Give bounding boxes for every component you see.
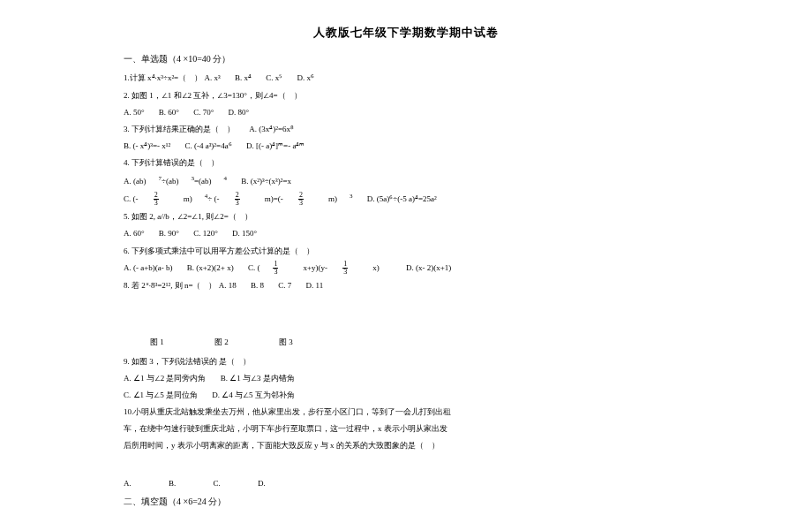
- q6-opt-a: A. (- a+b)(a- b): [124, 263, 173, 272]
- q5-options: A. 60° B. 90° C. 120° D. 150°: [124, 226, 688, 240]
- q6-opt-d: D. (x- 2)(x+1): [406, 263, 451, 272]
- q10-opt-c: C.: [214, 479, 221, 488]
- q10-opt-d: D.: [258, 479, 266, 488]
- q9-opt-c: C. ∠1 与∠5 是同位角: [124, 390, 198, 399]
- q2-opt-b: B. 60°: [159, 108, 179, 117]
- q3-text: 3. 下列计算结果正确的是（ ）: [124, 125, 235, 133]
- question-4: 4. 下列计算错误的是（ ）: [124, 155, 688, 170]
- q10-opt-b: B.: [169, 479, 176, 488]
- q9-opt-d: D. ∠4 与∠5 互为邻补角: [212, 390, 295, 399]
- question-10-line1: 10.小明从重庆北站触发乘坐去万州，他从家里出发，步行至小区门口，等到了一会儿打…: [124, 405, 688, 419]
- q1-opt-a: A. x³: [204, 73, 220, 82]
- q8-opt-a: A. 18: [219, 281, 237, 290]
- q9-opt-b: B. ∠1 与∠3 是内错角: [221, 374, 295, 383]
- fig-2-label: 图 2: [214, 337, 229, 346]
- question-8: 8. 若 2ˣ·8³=2¹², 则 n=（ ） A. 18 B. 8 C. 7 …: [124, 278, 688, 292]
- q3-opt-a: A. (3x⁴)²=6x⁸: [249, 125, 294, 133]
- q1-opt-b: B. x⁴: [235, 73, 252, 82]
- q6-options: A. (- a+b)(a- b) B. (x+2)(2+ x) C. (13x+…: [124, 261, 688, 276]
- section-1-header: 一、单选题（4 ×10=40 分）: [124, 51, 688, 67]
- q5-opt-d: D. 150°: [232, 229, 257, 238]
- q3-options-line2: B. (- x⁴)³=- x¹² C. (-4 a³)²=4a⁶ D. [(- …: [124, 139, 688, 153]
- q4-opt-b: B. (x²)³÷(x³)²=x: [241, 177, 291, 186]
- fig-3-label: 图 3: [279, 337, 293, 346]
- q10-opt-a: A.: [124, 479, 132, 488]
- q9-options-line1: A. ∠1 与∠2 是同旁内角 B. ∠1 与∠3 是内错角: [124, 371, 688, 385]
- q2-opt-d: D. 80°: [229, 108, 250, 117]
- q9-options-line2: C. ∠1 与∠5 是同位角 D. ∠4 与∠5 互为邻补角: [124, 388, 688, 402]
- q6-opt-c: C. (13x+y)(y- 13x): [248, 263, 392, 272]
- page-title: 人教版七年级下学期数学期中试卷: [124, 22, 688, 42]
- q2-options: A. 50° B. 60° C. 70° D. 80°: [124, 105, 688, 119]
- q3-opt-d: D. [(- a)⁴]ᵐ=- a⁴ᵐ: [246, 141, 305, 150]
- q5-opt-a: A. 60°: [124, 229, 145, 238]
- q5-opt-b: B. 90°: [159, 229, 179, 238]
- question-2: 2. 如图 1，∠1 和∠2 互补，∠3=130°，则∠4=（ ）: [124, 88, 688, 102]
- q5-opt-c: C. 120°: [193, 229, 218, 238]
- q4-opt-d: D. (5a)⁶÷(-5 a)⁴=25a²: [367, 194, 437, 203]
- question-9: 9. 如图 3，下列说法错误的 是（ ）: [124, 354, 688, 368]
- fig-1-label: 图 1: [150, 337, 164, 346]
- q4-opt-c: C. (- 23m)4÷ (- 23m)=(- 23m)3: [124, 194, 353, 203]
- q3-opt-c: C. (-4 a³)²=4a⁶: [184, 141, 231, 150]
- graph-space: [124, 456, 688, 474]
- q8-opt-b: B. 8: [251, 281, 264, 290]
- q10-options: A. B. C. D.: [124, 476, 688, 490]
- figure-labels: 图 1 图 2 图 3: [124, 335, 688, 349]
- q4-options-line1: A. (ab)7÷(ab)3=(ab)4 B. (x²)³÷(x³)²=x: [124, 173, 688, 188]
- question-3: 3. 下列计算结果正确的是（ ） A. (3x⁴)²=6x⁸: [124, 122, 688, 136]
- question-5: 5. 如图 2, a//b，∠2=∠1, 则∠2=（ ）: [124, 209, 688, 224]
- q1-text: 1.计算 x⁴·x³÷x²=（ ）: [124, 73, 202, 82]
- q4-options-line2: C. (- 23m)4÷ (- 23m)=(- 23m)3 D. (5a)⁶÷(…: [124, 191, 688, 207]
- q1-opt-d: D. x⁶: [297, 73, 314, 82]
- question-6: 6. 下列多项式乘法中可以用平方差公式计算的是（ ）: [124, 244, 688, 258]
- q4-opt-a: A. (ab)7÷(ab)3=(ab)4: [124, 177, 227, 186]
- q8-opt-c: C. 7: [278, 281, 291, 290]
- q8-opt-d: D. 11: [306, 281, 324, 290]
- q8-text: 8. 若 2ˣ·8³=2¹², 则 n=（ ）: [124, 281, 217, 290]
- question-1: 1.计算 x⁴·x³÷x²=（ ） A. x³ B. x⁴ C. x⁵ D. x…: [124, 71, 688, 85]
- q3-opt-b: B. (- x⁴)³=- x¹²: [124, 141, 170, 150]
- q2-opt-c: C. 70°: [193, 108, 214, 117]
- q6-opt-b: B. (x+2)(2+ x): [187, 263, 234, 272]
- question-10-line2: 车，在绕中匀速行驶到重庆北站，小明下车步行至取票口，这一过程中，x 表示小明从家…: [124, 421, 688, 436]
- q9-opt-a: A. ∠1 与∠2 是同旁内角: [124, 374, 207, 383]
- question-10-line3: 后所用时间，y 表示小明离家的距离，下面能大致反应 y 与 x 的关系的大致图象…: [124, 438, 688, 452]
- q2-opt-a: A. 50°: [124, 108, 145, 117]
- q1-opt-c: C. x⁵: [266, 73, 282, 82]
- figure-space: [124, 295, 688, 330]
- section-2-header: 二、填空题（4 ×6=24 分）: [124, 494, 688, 508]
